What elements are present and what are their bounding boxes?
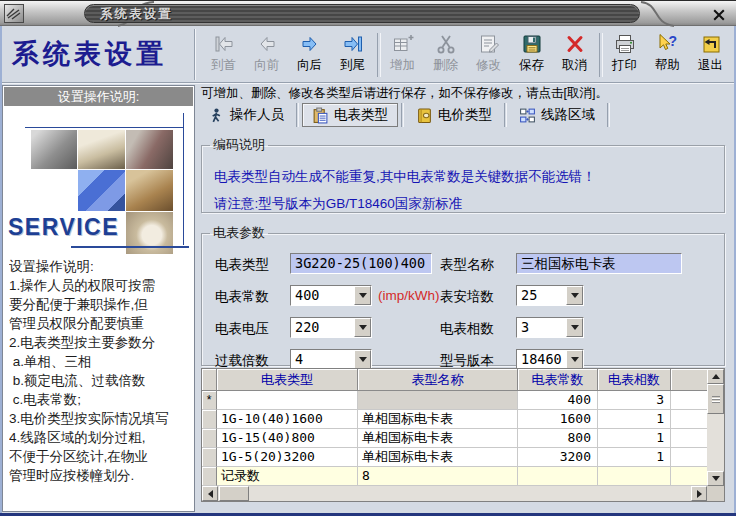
scrollbar-corner [707, 486, 724, 501]
cancel-button[interactable]: 取消 [553, 29, 596, 81]
meter-type-table: 电表类型 表型名称 电表常数 电表相数 * 400 3 1G-10(40)160… [201, 368, 725, 502]
cell-model-name[interactable]: 单相国标电卡表 [358, 410, 518, 429]
column-header[interactable]: 表型名称 [358, 369, 518, 391]
column-header[interactable]: 电表相数 [598, 369, 671, 391]
print-button[interactable]: 打印 [603, 29, 646, 81]
cell-meter-type[interactable]: 1G-15(40)800 [217, 429, 358, 448]
dropdown-arrow-icon[interactable] [566, 350, 583, 369]
close-button[interactable] [712, 7, 728, 21]
cell-model-name[interactable] [358, 391, 518, 410]
row-selector[interactable] [202, 410, 217, 429]
toolbar: 系统表设置 到首 向前 向后 [2, 27, 734, 83]
add-button[interactable]: 增加 [381, 29, 424, 81]
instruction-line: 管理员权限分配要慎重 [9, 314, 193, 333]
tab-operator[interactable]: 操作人员 [199, 103, 293, 127]
help-cursor-icon: ? [656, 32, 680, 56]
row-selector[interactable]: * [202, 391, 217, 410]
titlebar: 系统表设置 [0, 0, 736, 26]
decorative-line [183, 113, 184, 245]
system-table-settings-window: 系统表设置 系统表设置 到首 向前 [0, 0, 736, 516]
model-version-select[interactable]: 18460 [516, 349, 584, 370]
vertical-scrollbar[interactable] [707, 369, 724, 486]
phases-label: 电表相数 [440, 320, 494, 338]
cell-meter-type[interactable]: 1G-10(40)1600 [217, 410, 358, 429]
modify-icon [477, 32, 501, 56]
goto-last-button[interactable]: 到尾 [331, 29, 374, 81]
meter-params-groupbox: 电表参数 电表类型 3G220-25(100)400 表型名称 三相国标电卡表 … [201, 224, 725, 366]
help-button[interactable]: ? 帮助 [646, 29, 689, 81]
cell-constant[interactable]: 1600 [518, 410, 598, 429]
instruction-line: 2.电表类型按主要参数分 [9, 333, 193, 352]
scroll-down-icon [712, 476, 720, 481]
cell-phases[interactable]: 1 [598, 448, 671, 467]
dropdown-arrow-icon[interactable] [566, 318, 583, 337]
cell-constant[interactable]: 400 [518, 391, 598, 410]
column-header[interactable]: 电表类型 [217, 369, 358, 391]
previous-button[interactable]: 向前 [245, 29, 288, 81]
table-grid: 电表类型 表型名称 电表常数 电表相数 * 400 3 1G-10(40)160… [202, 369, 707, 486]
line-area-diagram-icon [519, 107, 536, 124]
save-button[interactable]: 保存 [510, 29, 553, 81]
scroll-up-button[interactable] [707, 369, 724, 384]
footer-selector [202, 467, 217, 486]
scroll-left-button[interactable] [202, 486, 218, 501]
horizontal-scroll-thumb[interactable] [219, 486, 249, 501]
next-button[interactable]: 向后 [288, 29, 331, 81]
scroll-right-button[interactable] [691, 486, 707, 501]
cell-constant[interactable]: 3200 [518, 448, 598, 467]
instruction-line: 1.操作人员的权限可按需 [9, 276, 193, 295]
phases-select[interactable]: 3 [516, 317, 584, 338]
vertical-scroll-thumb[interactable] [707, 384, 724, 414]
column-header[interactable]: 电表常数 [518, 369, 598, 391]
toolbar-button-label: 删除 [433, 57, 458, 74]
modify-button[interactable]: 修改 [467, 29, 510, 81]
tab-separator [607, 103, 610, 127]
cell-model-name[interactable]: 单相国标电卡表 [358, 429, 518, 448]
cell-constant[interactable]: 800 [518, 429, 598, 448]
model-name-input[interactable]: 三相国标电卡表 [516, 253, 682, 274]
dropdown-arrow-icon[interactable] [354, 286, 371, 305]
tab-line-area[interactable]: 线路区域 [510, 103, 604, 127]
meter-type-clipboard-icon [312, 107, 329, 124]
tab-price-type[interactable]: 电价类型 [407, 103, 501, 127]
cell-meter-type[interactable]: 1G-5(20)3200 [217, 448, 358, 467]
row-selector-header [202, 369, 217, 391]
amperage-label: 表安培数 [440, 288, 494, 306]
dropdown-arrow-icon[interactable] [354, 350, 371, 369]
tab-meter-type[interactable]: 电表类型 [302, 103, 398, 127]
toolbar-divider [194, 29, 196, 80]
footer-cell [671, 467, 707, 486]
delete-button[interactable]: 删除 [424, 29, 467, 81]
exit-button[interactable]: 退出 [689, 29, 732, 81]
toolbar-button-label: 打印 [612, 57, 637, 74]
sidebar-instructions: 设置操作说明: 1.操作人员的权限可按需 要分配便于兼职操作,但 管理员权限分配… [9, 257, 193, 485]
amperage-select[interactable]: 25 [516, 285, 584, 306]
voltage-select[interactable]: 220 [290, 317, 372, 338]
tab-separator [296, 103, 299, 127]
cell-model-name[interactable]: 单相国标电卡表 [358, 448, 518, 467]
toolbar-button-label: 取消 [562, 57, 587, 74]
scroll-down-button[interactable] [707, 471, 724, 486]
instruction-line: 4.线路区域的划分过粗, [9, 428, 193, 447]
goto-first-button[interactable]: 到首 [202, 29, 245, 81]
dropdown-arrow-icon[interactable] [566, 286, 583, 305]
instruction-line: 设置操作说明: [9, 257, 193, 276]
footer-cell [518, 467, 598, 486]
cell-phases[interactable]: 3 [598, 391, 671, 410]
toolbar-button-label: 帮助 [655, 57, 680, 74]
overload-select[interactable]: 4 [290, 349, 372, 370]
cell-phases[interactable]: 1 [598, 429, 671, 448]
dropdown-arrow-icon[interactable] [354, 318, 371, 337]
row-selector[interactable] [202, 448, 217, 467]
tab-separator [401, 103, 404, 127]
row-selector[interactable] [202, 429, 217, 448]
cell-phases[interactable]: 1 [598, 410, 671, 429]
horizontal-scrollbar[interactable] [202, 486, 707, 501]
cell-meter-type[interactable] [217, 391, 358, 410]
groupbox-legend: 编码说明 [210, 136, 268, 154]
meter-constant-select[interactable]: 400 [290, 285, 372, 306]
meter-type-input[interactable]: 3G220-25(100)400 [290, 253, 432, 274]
decorative-line [25, 127, 184, 128]
photo-pen [78, 130, 125, 169]
sidebar: 设置操作说明: SERVICE 设置操作说明: 1.操作人员的权限可按需 要分配… [2, 85, 195, 512]
